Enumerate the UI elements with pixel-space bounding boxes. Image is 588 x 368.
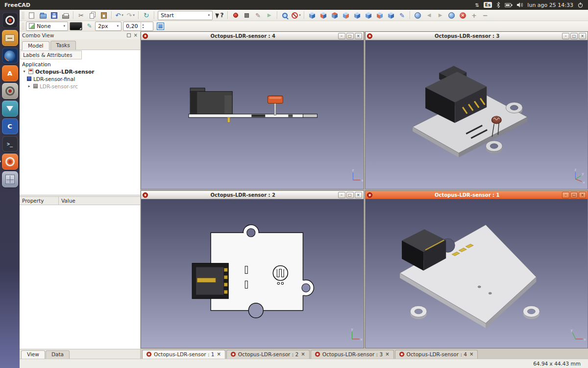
launcher-media-icon[interactable] [2, 101, 18, 117]
redo-button[interactable]: ↷▾ [125, 10, 136, 20]
viewport-3d[interactable]: x z [141, 40, 364, 189]
draw-style-button[interactable]: ▾ [291, 10, 302, 20]
zoom-in-button[interactable]: + [468, 10, 480, 20]
spinner-arrows-icon[interactable]: ▴▾ [141, 22, 146, 30]
close-tab-icon[interactable]: × [217, 352, 220, 357]
copy-button[interactable] [87, 10, 98, 20]
minimize-button[interactable]: – [562, 192, 569, 198]
view-right-button[interactable] [340, 10, 351, 20]
measure-distance-button[interactable]: ✎ [396, 10, 408, 20]
macro-record-button[interactable] [230, 10, 241, 20]
keyboard-layout-indicator[interactable]: Es [484, 2, 492, 8]
minimize-button[interactable]: – [562, 33, 569, 39]
save-document-button[interactable] [49, 10, 60, 20]
property-body[interactable] [20, 205, 140, 349]
apply-style-button[interactable] [155, 21, 166, 31]
close-button[interactable]: × [579, 192, 586, 198]
mdi-tab-3[interactable]: Octopus-LDR-sensor : 3 × [311, 350, 394, 359]
power-menu-icon[interactable] [578, 2, 583, 8]
macro-stop-button[interactable] [241, 10, 252, 20]
launcher-chromium-icon[interactable]: C [2, 118, 18, 134]
refresh-button[interactable]: ↻ [141, 10, 152, 20]
launcher-terminal-icon[interactable]: >_ [2, 136, 18, 152]
launcher-files-icon[interactable] [2, 30, 18, 46]
new-document-button[interactable] [26, 10, 37, 20]
restore-button[interactable]: □ [346, 192, 354, 198]
close-button[interactable]: × [355, 192, 362, 198]
autogroup-selector[interactable]: None ▾ [26, 22, 68, 31]
expander-open-icon[interactable]: ▾ [22, 69, 26, 74]
tab-view[interactable]: View [21, 350, 45, 359]
print-button[interactable] [60, 10, 71, 20]
launcher-freecad-running-icon[interactable] [2, 154, 18, 170]
mdi-tab-1[interactable]: Octopus-LDR-sensor : 1 × [142, 350, 225, 359]
view-axonometric-button[interactable] [385, 10, 396, 20]
launcher-settings-icon[interactable] [2, 83, 18, 99]
close-tab-icon[interactable]: × [385, 352, 389, 357]
macro-execute-button[interactable]: ▶ [264, 10, 275, 20]
annotation-style-button[interactable]: ✎ [84, 21, 95, 31]
close-tab-icon[interactable]: × [469, 352, 473, 357]
zoom-out-button[interactable]: − [480, 10, 491, 20]
launcher-software-icon[interactable]: A [2, 65, 18, 81]
tab-model[interactable]: Model [22, 41, 49, 50]
close-panel-icon[interactable]: × [134, 33, 138, 38]
launcher-freecad-icon[interactable] [2, 12, 18, 28]
mdi-tab-2[interactable]: Octopus-LDR-sensor : 2 × [226, 350, 310, 359]
mdi-tab-4[interactable]: Octopus-LDR-sensor : 4 × [395, 350, 478, 359]
viewport-3d[interactable]: x y [141, 199, 364, 348]
bluetooth-icon[interactable] [496, 2, 500, 8]
volume-icon[interactable] [517, 2, 523, 7]
window-titlebar[interactable]: Octopus-LDR-sensor : 4 – □ × [141, 32, 364, 40]
viewport-3d[interactable]: z y x [366, 40, 588, 189]
view-front-button[interactable] [318, 10, 329, 20]
undo-button[interactable]: ↶▾ [114, 10, 125, 20]
connector[interactable] [192, 263, 228, 298]
property-column[interactable]: Property [20, 197, 59, 205]
window-titlebar[interactable]: Octopus-LDR-sensor : 1 – □ × [366, 191, 588, 199]
toolbar-drag-handle[interactable] [22, 12, 24, 19]
view-left-button[interactable] [374, 10, 385, 20]
minimize-button[interactable]: – [338, 33, 345, 39]
tree-item-document[interactable]: ▾ Octopus-LDR-sensor [20, 68, 140, 75]
launcher-firefox-icon[interactable] [2, 48, 18, 64]
minimize-button[interactable]: – [338, 192, 345, 198]
value-column[interactable]: Value [59, 197, 140, 205]
close-tab-icon[interactable]: × [301, 352, 305, 357]
restore-button[interactable]: □ [346, 33, 354, 39]
line-color-button[interactable] [70, 22, 82, 30]
open-document-button[interactable] [37, 10, 49, 20]
close-button[interactable]: × [355, 33, 362, 39]
close-document-button[interactable]: × [457, 10, 468, 20]
viewport-3d[interactable]: x y [366, 199, 588, 348]
restore-button[interactable]: □ [570, 33, 578, 39]
potentiometer[interactable] [268, 96, 283, 115]
paste-button[interactable] [98, 10, 109, 20]
float-panel-icon[interactable] [127, 33, 131, 37]
macro-edit-button[interactable]: ✎ [252, 10, 264, 20]
nav-forward-button[interactable]: ▶ [435, 10, 446, 20]
whats-this-button[interactable]: ? [214, 10, 225, 20]
view-rear-button[interactable] [351, 10, 363, 20]
tab-tasks[interactable]: Tasks [50, 41, 76, 50]
fit-all-button[interactable] [279, 10, 291, 20]
view-isometric-button[interactable] [306, 10, 318, 20]
nav-back-button[interactable]: ◀ [423, 10, 435, 20]
tab-data[interactable]: Data [46, 350, 70, 359]
network-indicator-icon[interactable]: ⇅ [475, 2, 479, 8]
point-size-spinbox[interactable]: 0,20 ▴▾ [123, 22, 153, 31]
dock-overlay-button[interactable] [412, 10, 423, 20]
view-bottom-button[interactable] [363, 10, 374, 20]
expander-closed-icon[interactable]: ▸ [27, 84, 31, 88]
window-titlebar[interactable]: Octopus-LDR-sensor : 2 – □ × [141, 191, 364, 199]
window-titlebar[interactable]: Octopus-LDR-sensor : 3 – □ × [366, 32, 588, 40]
pcb-board[interactable] [189, 114, 317, 117]
tree-item-ldr-sensor-final[interactable]: LDR-sensor-final [20, 75, 140, 82]
clock[interactable]: lun ago 25 14:33 [527, 2, 573, 8]
activate-window-button[interactable] [446, 10, 457, 20]
line-width-selector[interactable]: 2px ▾ [95, 22, 122, 31]
tree-group-application[interactable]: Application [20, 60, 140, 68]
close-button[interactable]: × [579, 33, 586, 39]
workbench-selector[interactable]: Start ▾ [158, 11, 213, 20]
toolbar-drag-handle[interactable] [22, 23, 24, 30]
